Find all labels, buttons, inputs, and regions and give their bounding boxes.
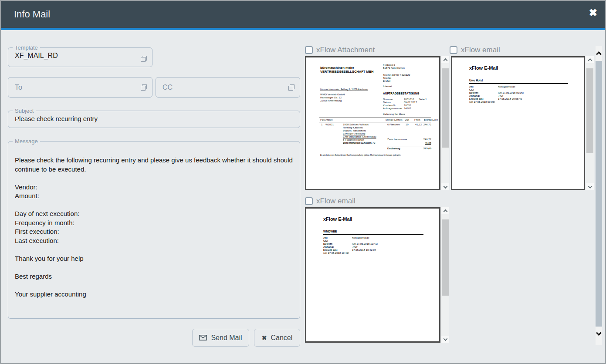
- doc-col-price: Preis: [414, 118, 420, 121]
- email-bottom-checkbox-row[interactable]: xFlow email: [305, 196, 355, 206]
- email-sender: Uwe Holst: [469, 79, 483, 82]
- email-bottom-preview[interactable]: xFlow E-Mail WMDWEB An:holst@wmd.de CC: …: [305, 207, 440, 343]
- doc-subtotal-label: Zwischensumme: [387, 138, 407, 141]
- scroll-up-button[interactable]: [596, 47, 602, 58]
- dialog-title: Info Mail: [14, 1, 50, 28]
- envelope-icon: [199, 335, 207, 340]
- doc-company-line2: VERTRIEBSGESELLSCHAFT MBH: [320, 70, 374, 74]
- email-footer-line: (uh 17.05.2018 10:42): [323, 252, 378, 255]
- scrollbar-thumb[interactable]: [596, 61, 602, 327]
- scroll-up-button[interactable]: [586, 56, 594, 63]
- message-field[interactable]: Message Please check the following recur…: [8, 138, 300, 319]
- doc-vat-value: 46,88: [425, 142, 431, 145]
- doc-meta: Nummer2001010 Datum09.02.2017 Kunden-Nr.…: [383, 98, 417, 110]
- accent-bar: [1, 28, 605, 30]
- email-bottom-scrollbar[interactable]: [441, 207, 449, 343]
- doc-vat-label: 19% MWSt auf EUR 246,72: [343, 142, 375, 145]
- scrollbar-thumb[interactable]: [586, 68, 593, 153]
- doc-col-pos: Pos Artikel: [320, 118, 332, 121]
- to-placeholder: To: [8, 84, 22, 91]
- attachment-checkbox-label: xFlow Attachment: [316, 46, 375, 54]
- doc-col-vat: USt: [405, 118, 409, 121]
- attachment-preview[interactable]: büromaschinen meier VERTRIEBSGESELLSCHAF…: [305, 56, 440, 190]
- doc-address: Feldweg 3 51673 Aldenhoven: [383, 64, 405, 70]
- chevron-down-icon: [596, 330, 602, 336]
- message-value[interactable]: Please check the following recurring ent…: [8, 145, 300, 299]
- info-mail-dialog: Info Mail ✖ Template XF_MAIL_RD To CC Su…: [0, 0, 606, 364]
- cancel-button[interactable]: ✖ Cancel: [254, 329, 300, 347]
- chevron-up-icon: [596, 51, 602, 57]
- lookup-icon[interactable]: [141, 84, 147, 91]
- chevron-up-icon: [443, 209, 447, 213]
- email-title: xFlow E-Mail: [323, 216, 352, 222]
- doc-type-title: AUFTRAGSBESTÄTIGUNG: [383, 92, 419, 95]
- dialog-scrollbar[interactable]: [596, 46, 602, 345]
- doc-contact: Telefon 02407 / 32x120 Telefax E-Mail: [383, 74, 410, 83]
- email-top-checkbox-row[interactable]: xFlow email: [450, 45, 500, 55]
- email-bottom-document: xFlow E-Mail WMDWEB An:holst@wmd.de CC: …: [306, 209, 439, 341]
- lookup-icon[interactable]: [288, 84, 295, 91]
- doc-recipient: WMD Vertrieb GmbH Hamburger Str. 12 2292…: [320, 93, 345, 102]
- chevron-up-icon: [588, 58, 592, 62]
- doc-subtotal-value: 246,72: [423, 138, 431, 141]
- scroll-up-button[interactable]: [441, 207, 449, 214]
- doc-sender-line: büromaschinen meier · Feldweg 3 · 51673 …: [320, 88, 368, 91]
- send-mail-label: Send Mail: [211, 334, 242, 342]
- email-title: xFlow E-Mail: [469, 65, 498, 71]
- email-sender: WMDWEB: [323, 230, 337, 233]
- doc-col-qty: Menge Einheit: [386, 118, 402, 121]
- email-top-checkbox-label: xFlow email: [461, 46, 500, 54]
- subject-value[interactable]: Please check recurring entry: [8, 114, 300, 122]
- cc-field[interactable]: CC: [156, 77, 300, 98]
- doc-delivery: Lieferung frei Haus: [383, 113, 405, 116]
- scroll-down-button[interactable]: [441, 336, 449, 343]
- doc-page: Seite 1: [419, 98, 427, 101]
- email-top-scrollbar[interactable]: [586, 56, 594, 190]
- email-top-checkbox[interactable]: [450, 46, 457, 54]
- scroll-down-button[interactable]: [441, 183, 449, 190]
- template-value[interactable]: XF_MAIL_RD: [8, 51, 152, 60]
- doc-footnote: Es wird die zum Zeitpunkt der Rechnungss…: [320, 154, 401, 156]
- attachment-checkbox-row[interactable]: xFlow Attachment: [305, 45, 375, 55]
- email-bottom-checkbox-label: xFlow email: [316, 197, 355, 206]
- scrollbar-thumb[interactable]: [442, 219, 449, 296]
- scroll-up-button[interactable]: [441, 56, 449, 63]
- template-field[interactable]: Template XF_MAIL_RD: [8, 44, 152, 67]
- email-top-document: xFlow E-Mail Uwe Holst An:holst@wmd.de C…: [452, 57, 584, 189]
- cancel-label: Cancel: [271, 334, 292, 342]
- send-mail-button[interactable]: Send Mail: [192, 329, 249, 347]
- message-label: Message: [13, 138, 40, 145]
- chevron-down-icon: [443, 337, 447, 341]
- scrollbar-thumb[interactable]: [442, 68, 449, 148]
- chevron-down-icon: [443, 184, 447, 189]
- subject-label: Subject: [13, 108, 36, 114]
- dialog-header: Info Mail ✖: [1, 1, 605, 28]
- chevron-up-icon: [443, 58, 447, 62]
- email-bottom-checkbox[interactable]: [305, 197, 313, 205]
- subject-field[interactable]: Subject Please check recurring entry: [8, 108, 300, 128]
- doc-total-value: 293,60: [423, 147, 431, 150]
- attachment-document: büromaschinen meier VERTRIEBSGESELLSCHAF…: [306, 57, 439, 189]
- cc-placeholder: CC: [156, 84, 173, 91]
- doc-col-amount: Betrag EUR: [424, 118, 438, 121]
- email-rule: [323, 234, 423, 235]
- doc-internet: Internet: [383, 85, 392, 88]
- attachment-checkbox[interactable]: [305, 46, 313, 54]
- email-top-preview[interactable]: xFlow E-Mail Uwe Holst An:holst@wmd.de C…: [451, 56, 585, 190]
- close-icon[interactable]: ✖: [589, 7, 597, 19]
- chevron-down-icon: [588, 184, 592, 189]
- attachment-scrollbar[interactable]: [441, 56, 449, 190]
- doc-total-label: Endbetrag: [387, 147, 400, 150]
- scroll-down-button[interactable]: [586, 183, 594, 190]
- lookup-icon[interactable]: [141, 56, 147, 62]
- email-rule: [469, 83, 568, 84]
- email-fields: An:holst@wmd.de CC: Betreff:(uh 17.05.20…: [469, 85, 524, 104]
- email-footer-line: (uh 17.05.2018 09:06): [469, 101, 524, 104]
- to-field[interactable]: To: [8, 77, 152, 98]
- cancel-x-icon: ✖: [262, 334, 267, 341]
- template-label: Template: [13, 44, 40, 51]
- email-fields: An:holst@wmd.de CC: Betreff:(uh 17.05.20…: [323, 236, 378, 255]
- scroll-down-button[interactable]: [596, 329, 602, 339]
